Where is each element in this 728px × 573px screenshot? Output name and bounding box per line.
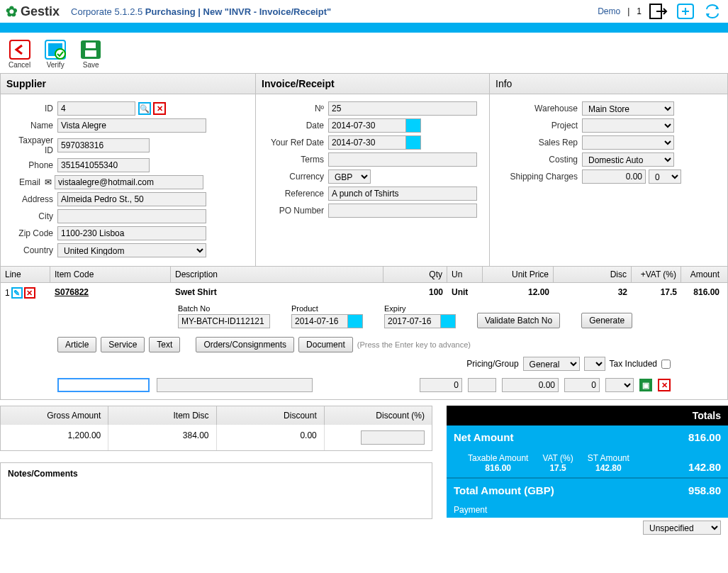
discount-pct-input[interactable] bbox=[361, 430, 425, 445]
entry-row: ▣ ✕ bbox=[1, 375, 727, 399]
entry-qty-input[interactable] bbox=[420, 378, 462, 392]
zip-input[interactable] bbox=[57, 226, 206, 240]
tax-breakdown: Taxable Amount816.00 VAT (%)17.5 ST Amou… bbox=[447, 449, 728, 477]
entry-disc-input[interactable] bbox=[564, 378, 600, 392]
brand-logo: ✿ Gestix bbox=[6, 3, 60, 20]
search-supplier-icon[interactable]: 🔍 bbox=[138, 102, 151, 115]
supplier-id-input[interactable] bbox=[57, 101, 135, 116]
clear-supplier-icon[interactable]: ✕ bbox=[153, 102, 166, 115]
pricing-extra-select[interactable] bbox=[584, 357, 605, 371]
costing-select[interactable]: Domestic Auto bbox=[582, 152, 674, 167]
svg-rect-2 bbox=[10, 40, 30, 59]
pricing-select[interactable]: General bbox=[523, 357, 580, 371]
project-select[interactable] bbox=[582, 118, 674, 133]
po-input[interactable] bbox=[328, 204, 477, 218]
discount: 0.00 bbox=[217, 425, 325, 450]
entry-vat-select[interactable] bbox=[605, 378, 634, 392]
expiry-date-input[interactable] bbox=[384, 314, 441, 328]
svg-rect-8 bbox=[85, 50, 96, 57]
date-input[interactable] bbox=[328, 118, 406, 133]
item-code-link[interactable]: S076822 bbox=[55, 287, 89, 297]
date-picker-icon[interactable] bbox=[440, 314, 456, 328]
edit-line-icon[interactable]: ✎ bbox=[11, 287, 23, 299]
taxpayer-input[interactable] bbox=[57, 138, 150, 152]
topbar: ✿ Gestix Corporate 5.1.2.5 Purchasing | … bbox=[0, 0, 728, 24]
reference-input[interactable] bbox=[328, 187, 477, 201]
article-button[interactable]: Article bbox=[57, 337, 96, 352]
terms-input[interactable] bbox=[328, 152, 477, 167]
demo-link[interactable]: Demo bbox=[598, 6, 620, 16]
line-type-row: Article Service Text Orders/Consignments… bbox=[1, 333, 727, 375]
email-input[interactable] bbox=[55, 175, 203, 189]
svg-point-5 bbox=[55, 49, 65, 59]
entry-price-input[interactable] bbox=[502, 378, 559, 392]
summary-table: Gross Amount Item Disc Discount Discount… bbox=[0, 406, 432, 451]
number-input[interactable] bbox=[328, 101, 477, 116]
invoice-panel: Invoice/Receipt Nº Date Your Ref Date Te… bbox=[256, 74, 490, 266]
item-disc: 384.00 bbox=[108, 425, 216, 450]
logout-icon[interactable] bbox=[649, 3, 668, 20]
address-input[interactable] bbox=[57, 192, 206, 206]
lower-section: Gross Amount Item Disc Discount Discount… bbox=[0, 406, 728, 538]
cancel-line-icon[interactable]: ✕ bbox=[658, 379, 671, 391]
refresh-icon[interactable] bbox=[702, 3, 722, 20]
payment-label: Payment bbox=[447, 502, 728, 518]
notes-box[interactable]: Notes/Comments bbox=[0, 462, 432, 519]
supplier-name-input[interactable] bbox=[57, 118, 206, 133]
batch-row: Batch No Product Expiry Validate Batch N… bbox=[1, 303, 727, 333]
salesrep-select[interactable] bbox=[582, 135, 674, 150]
entry-desc-input[interactable] bbox=[157, 378, 313, 392]
session-num: 1 bbox=[637, 6, 642, 16]
supplier-panel: Supplier ID 🔍 ✕ Name Taxpayer ID Phone E… bbox=[1, 74, 256, 266]
svg-rect-7 bbox=[86, 43, 96, 48]
totals-title: Totals bbox=[447, 406, 728, 425]
save-button[interactable]: Save bbox=[80, 40, 101, 69]
line-row: 1 ✎ ✕ S076822 Swet Shirt 100 Unit 12.00 … bbox=[1, 283, 727, 303]
brand-name: Gestix bbox=[21, 4, 60, 19]
warehouse-select[interactable]: Main Store bbox=[582, 101, 674, 116]
payment-select[interactable]: Unspecified bbox=[643, 521, 721, 535]
entry-un-input[interactable] bbox=[468, 378, 496, 392]
info-title: Info bbox=[490, 74, 727, 94]
lines-grid: Line Item Code Description Qty Un Unit P… bbox=[0, 267, 728, 400]
action-toolbar: Cancel Verify Save bbox=[0, 33, 728, 73]
tax-sum: 142.80 bbox=[688, 461, 721, 473]
phone-input[interactable] bbox=[57, 158, 150, 172]
generate-button[interactable]: Generate bbox=[581, 313, 632, 328]
date-picker-icon[interactable] bbox=[347, 314, 363, 328]
logo-mark-icon: ✿ bbox=[6, 3, 18, 20]
product-date-input[interactable] bbox=[291, 314, 348, 328]
new-window-icon[interactable] bbox=[676, 3, 695, 20]
add-line-icon[interactable]: ▣ bbox=[639, 379, 652, 391]
shipping-qty-select[interactable]: 0 bbox=[649, 169, 681, 184]
invoice-title: Invoice/Receipt bbox=[256, 74, 489, 94]
date-picker-icon[interactable] bbox=[405, 135, 421, 150]
document-button[interactable]: Document bbox=[298, 337, 353, 352]
orders-button[interactable]: Orders/Consignments bbox=[196, 337, 294, 352]
totals-panel: Totals Net Amount 816.00 Taxable Amount8… bbox=[447, 406, 728, 538]
blue-band bbox=[0, 24, 728, 33]
validate-batch-button[interactable]: Validate Batch No bbox=[477, 313, 560, 328]
shipping-amount-input[interactable] bbox=[582, 169, 646, 184]
cancel-button[interactable]: Cancel bbox=[9, 40, 30, 69]
verify-button[interactable]: Verify bbox=[45, 40, 66, 69]
gross-amount: 1,200.00 bbox=[1, 425, 108, 450]
entry-code-input[interactable] bbox=[57, 378, 150, 392]
hint-text: (Press the Enter key to advance) bbox=[357, 340, 471, 349]
yourref-date-input[interactable] bbox=[328, 135, 406, 150]
batch-no-input[interactable] bbox=[178, 314, 270, 328]
pipe: | bbox=[627, 6, 629, 16]
service-button[interactable]: Service bbox=[101, 337, 145, 352]
city-input[interactable] bbox=[57, 209, 206, 223]
grid-header: Line Item Code Description Qty Un Unit P… bbox=[1, 267, 727, 283]
country-select[interactable]: United Kingdom bbox=[57, 243, 206, 257]
form-panels: Supplier ID 🔍 ✕ Name Taxpayer ID Phone E… bbox=[0, 73, 728, 267]
date-picker-icon[interactable] bbox=[405, 118, 421, 133]
net-amount: 816.00 bbox=[688, 431, 721, 443]
text-button[interactable]: Text bbox=[149, 337, 180, 352]
info-panel: Info Warehouse Main Store Project Sales … bbox=[490, 74, 727, 266]
delete-line-icon[interactable]: ✕ bbox=[24, 287, 35, 299]
currency-select[interactable]: GBP bbox=[328, 169, 371, 184]
tax-included-checkbox[interactable] bbox=[661, 360, 671, 369]
supplier-title: Supplier bbox=[1, 74, 255, 94]
